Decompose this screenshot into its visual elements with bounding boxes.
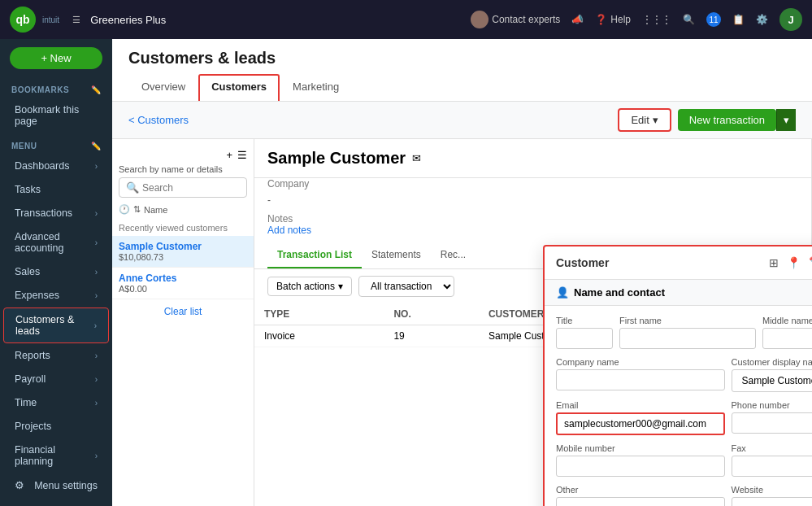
new-transaction-dropdown[interactable]: ▾ [776,109,796,131]
sidebar-item-time[interactable]: Time › [3,391,109,414]
panel-edit-icon[interactable]: ✏️ [807,255,812,271]
customer-item-sample[interactable]: Sample Customer $10,080.73 [112,236,254,268]
tab-bar: Overview Customers Marketing [128,74,796,101]
breadcrumb[interactable]: < Customers [128,114,189,126]
new-button[interactable]: + New [10,47,102,69]
first-name-label: First name [619,316,756,325]
search-input[interactable] [142,182,240,194]
actions-right: Edit ▾ New transaction ▾ [618,108,796,132]
sidebar-item-dashboards[interactable]: Dashboards › [3,155,109,177]
new-transaction-group: New transaction ▾ [678,109,796,131]
add-icon[interactable]: + [226,149,232,161]
tab-transaction-list[interactable]: Transaction List [267,242,362,268]
batch-actions-button[interactable]: Batch actions ▾ [267,277,352,296]
sort-row: 🕐 ⇅ Name [112,204,254,220]
new-transaction-button[interactable]: New transaction [678,109,776,131]
customer-amount: A$0.00 [119,284,247,294]
tab-marketing[interactable]: Marketing [280,74,352,101]
sidebar-item-projects[interactable]: Projects [3,415,109,438]
customer-panel: Customer ⊞ 📍 ✏️ ✉ 📄 ⊕ ✕ 👤 Name and conta… [543,245,812,506]
bookmark-page[interactable]: Bookmark this page [3,98,109,133]
col-type: TYPE [254,303,384,325]
search-icon[interactable]: 🔍 [683,14,695,25]
other-input[interactable] [556,497,725,506]
hamburger-icon[interactable]: ☰ [72,15,80,25]
email-label: Email [556,400,725,410]
company-name-group: Company name [556,357,725,392]
middle-name-input[interactable] [762,328,812,349]
phone-input[interactable] [732,412,813,434]
section-header[interactable]: 👤 Name and contact ∧ [545,280,812,306]
tab-receive[interactable]: Rec... [431,242,475,268]
sidebar-item-transactions[interactable]: Transactions › [3,202,109,225]
customer-name: Sample Customer [119,241,247,252]
contact-row-1: Email Phone number [556,400,812,435]
website-input[interactable] [732,497,813,506]
sidebar-item-payroll[interactable]: Payroll › [3,368,109,390]
email-group: Email [556,400,725,435]
sidebar-item-advanced-accounting[interactable]: Advanced accounting › [3,225,109,260]
add-notes[interactable]: Add notes [267,225,798,236]
mobile-group: Mobile number [556,443,725,477]
contact-row-2: Mobile number Fax [556,443,812,477]
title-input[interactable] [556,328,613,349]
panel-location-icon[interactable]: 📍 [785,255,802,271]
dropdown-icon: ▾ [338,281,343,292]
list-icon[interactable]: ☰ [237,149,247,161]
mobile-input[interactable] [556,456,725,477]
email-input[interactable] [556,412,725,435]
display-name-select[interactable]: Sample Customer [732,369,813,392]
company-name-input[interactable] [556,369,725,390]
fax-input[interactable] [732,456,813,477]
actions-bar: < Customers Edit ▾ New transaction ▾ [112,102,812,139]
search-section: Search by name or details 🔍 [112,164,254,204]
sidebar: + New BOOKMARKS ✏️ Bookmark this page ME… [0,39,112,506]
tab-customers[interactable]: Customers [198,74,280,101]
sidebar-item-sales[interactable]: Sales › [3,260,109,283]
menu-header: MENU ✏️ [0,133,112,154]
help-button[interactable]: ❓ Help [595,14,631,25]
website-group: Website [732,485,813,506]
sidebar-item-expenses[interactable]: Expenses › [3,284,109,307]
inbox-icon[interactable]: 📋 [732,14,745,25]
clear-list[interactable]: Clear list [112,299,254,324]
type-select[interactable]: All transaction [358,276,454,297]
panel-expand-icon[interactable]: ⊞ [767,255,780,271]
email-icon[interactable]: ✉ [412,152,421,164]
section-header-label: 👤 Name and contact [556,286,665,299]
edit-bookmarks-icon[interactable]: ✏️ [91,85,102,94]
sidebar-item-reports[interactable]: Reports › [3,344,109,367]
sidebar-item-financial-planning[interactable]: Financial planning › [3,438,109,473]
tab-statements[interactable]: Statements [362,242,431,268]
chevron-icon: › [95,375,98,384]
sort-icon: ⇅ [133,204,141,215]
fax-label: Fax [732,443,813,453]
sidebar-item-tasks[interactable]: Tasks [3,178,109,201]
edit-button[interactable]: Edit ▾ [618,108,671,132]
title-group: Title [556,316,613,349]
tab-overview[interactable]: Overview [128,74,198,101]
company-value: - [254,193,811,209]
chevron-icon: › [95,238,98,247]
settings-icon[interactable]: ⚙️ [756,14,768,25]
grid-icon[interactable]: ⋮⋮⋮ [642,14,671,25]
menu-settings[interactable]: ⚙ Menu settings [3,473,109,497]
panel-header: Customer ⊞ 📍 ✏️ ✉ 📄 ⊕ ✕ [545,246,812,280]
sidebar-item-customers-leads[interactable]: Customers & leads › [3,308,109,343]
user-avatar[interactable]: J [779,8,802,31]
other-group: Other [556,485,725,506]
first-name-input[interactable] [619,328,756,349]
col-no: NO. [384,303,479,325]
edit-menu-icon[interactable]: ✏️ [91,142,102,150]
customer-item-anne[interactable]: Anne Cortes A$0.00 [112,268,254,299]
chevron-icon: › [95,209,98,218]
chevron-icon: › [95,162,98,171]
notification-badge[interactable]: 11 [706,12,721,27]
megaphone-icon[interactable]: 📣 [571,14,584,25]
dropdown-arrow-icon: ▾ [653,114,658,126]
contact-experts[interactable]: Contact experts [471,11,560,28]
search-box: 🔍 [119,177,247,198]
chevron-icon: › [94,321,97,330]
mobile-label: Mobile number [556,443,725,453]
panel-icons: ⊞ 📍 ✏️ ✉ 📄 ⊕ ✕ [767,255,812,271]
